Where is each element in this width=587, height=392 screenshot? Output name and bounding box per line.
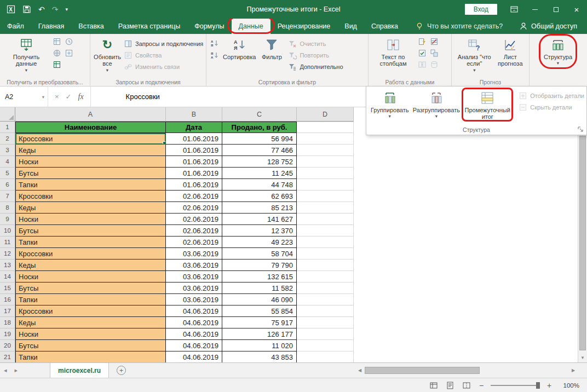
tab-insert[interactable]: Вставка [71,19,111,34]
text-to-columns-button[interactable]: Текст по столбцам [371,36,415,67]
row-header[interactable]: 4 [0,156,15,168]
horizontal-scrollbar-thumb[interactable] [365,367,480,374]
row-header[interactable]: 3 [0,145,15,156]
cell-column-b[interactable]: 02.06.2019 [166,237,222,248]
cell-column-c[interactable]: 77 466 [222,145,297,156]
edit-links-button[interactable]: Изменить связи [124,61,203,72]
cell-column-b[interactable]: 03.06.2019 [166,294,222,305]
from-table-icon[interactable] [51,59,62,70]
cell-column-c[interactable]: 55 854 [222,305,297,317]
row-header[interactable]: 12 [0,248,15,260]
row-header[interactable]: 15 [0,283,15,294]
cell-column-b[interactable]: 03.06.2019 [166,248,222,260]
cell-column-a[interactable]: Бутсы [15,340,166,351]
cell-column-d[interactable] [297,328,354,340]
cell-column-b[interactable]: 04.06.2019 [166,328,222,340]
insert-function-icon[interactable]: fx [78,93,84,101]
vertical-scrollbar[interactable]: ▲ ▼ [578,107,587,362]
cell-column-b[interactable]: 01.06.2019 [166,145,222,156]
cell-column-a[interactable]: Кроссовки [15,133,166,145]
row-header[interactable]: 2 [0,133,15,145]
tab-view[interactable]: Вид [337,19,364,34]
what-if-button[interactable]: ? Анализ "что если" ▾ [454,36,494,73]
sheet-nav-left-icon[interactable]: ◂ [0,367,11,374]
cell-column-a[interactable]: Бутсы [15,168,166,179]
cell-column-b[interactable]: 04.06.2019 [166,317,222,328]
clear-filter-button[interactable]: Очистить [288,38,343,49]
cell-column-c[interactable]: Продано, в руб. [222,122,297,133]
cell-column-b[interactable]: 03.06.2019 [166,271,222,283]
cell-column-c[interactable]: 56 994 [222,133,297,145]
cell-column-d[interactable] [297,225,354,237]
cell-column-d[interactable] [297,191,354,202]
cell-column-a[interactable]: Кеды [15,260,166,271]
cell-column-d[interactable] [297,294,354,305]
zoom-in-button[interactable]: + [545,381,553,390]
cell-column-c[interactable]: 12 370 [222,225,297,237]
column-header[interactable]: C [222,107,297,122]
cell-column-c[interactable]: 11 020 [222,340,297,351]
horizontal-scrollbar[interactable]: ◀ ▶ [356,366,577,374]
customize-quick-access-icon[interactable]: ▾ [65,7,68,12]
cell-column-b[interactable]: 03.06.2019 [166,260,222,271]
cell-column-a[interactable]: Тапки [15,179,166,191]
enter-icon[interactable]: ✓ [66,93,72,101]
cell-column-c[interactable]: 43 853 [222,351,297,362]
row-header[interactable]: 20 [0,340,15,351]
row-header[interactable]: 14 [0,271,15,283]
manage-data-model-icon[interactable] [429,59,440,70]
cell-column-a[interactable]: Тапки [15,294,166,305]
properties-button[interactable]: Свойства [124,49,203,61]
cell-column-a[interactable]: Носки [15,214,166,225]
cell-column-d[interactable] [297,283,354,294]
refresh-all-button[interactable]: ↻ Обновить все ▾ [93,36,122,73]
from-text-csv-icon[interactable] [51,36,62,47]
row-header[interactable]: 5 [0,168,15,179]
scroll-right-icon[interactable]: ▶ [569,368,577,373]
maximize-icon[interactable] [545,0,566,19]
row-header[interactable]: 21 [0,351,15,362]
row-header[interactable]: 1 [0,122,15,133]
recent-sources-icon[interactable] [64,36,74,47]
cell-column-d[interactable] [297,260,354,271]
relationships-icon[interactable] [417,59,428,70]
sign-in-button[interactable]: Вход [465,4,497,15]
row-header[interactable]: 10 [0,225,15,237]
show-detail-button[interactable]: Отобразить детали [519,90,584,101]
cell-column-d[interactable] [297,122,354,133]
cell-column-d[interactable] [297,168,354,179]
select-all-button[interactable] [0,107,15,122]
cell-column-d[interactable] [297,133,354,145]
cell-column-c[interactable]: 58 704 [222,248,297,260]
cell-column-d[interactable] [297,317,354,328]
zoom-out-button[interactable]: − [477,381,485,390]
cell-column-a[interactable]: Кроссовки [15,191,166,202]
cell-column-c[interactable]: 44 748 [222,179,297,191]
ungroup-button[interactable]: Разгруппировать ▾ [413,89,459,119]
remove-duplicates-icon[interactable] [429,36,440,47]
cell-column-d[interactable] [297,237,354,248]
row-header[interactable]: 13 [0,260,15,271]
row-header[interactable]: 6 [0,179,15,191]
cell-column-c[interactable]: 132 615 [222,271,297,283]
cell-column-c[interactable]: 85 213 [222,202,297,214]
column-header[interactable]: D [297,107,354,122]
get-data-button[interactable]: Получить данные ▾ [3,36,50,73]
cell-column-c[interactable]: 49 223 [222,237,297,248]
tab-data[interactable]: Данные [232,19,271,34]
flash-fill-icon[interactable] [417,36,428,47]
subtotal-button[interactable]: Промежуточный итог [464,89,511,120]
cell-column-a[interactable]: Кроссовки [15,248,166,260]
sort-descending-icon[interactable]: ЯА [209,50,220,60]
name-box[interactable]: A2 ▾ [0,87,48,107]
cell-column-c[interactable]: 11 582 [222,283,297,294]
sort-ascending-icon[interactable]: АЯ [209,38,220,48]
cell-column-d[interactable] [297,214,354,225]
hide-detail-button[interactable]: Скрыть детали [519,101,584,113]
vertical-scrollbar-thumb[interactable] [579,136,586,350]
zoom-slider[interactable] [491,385,540,386]
data-validation-icon[interactable] [417,48,428,58]
cell-column-d[interactable] [297,145,354,156]
cell-column-b[interactable]: Дата [166,122,222,133]
tab-help[interactable]: Справка [364,19,405,34]
